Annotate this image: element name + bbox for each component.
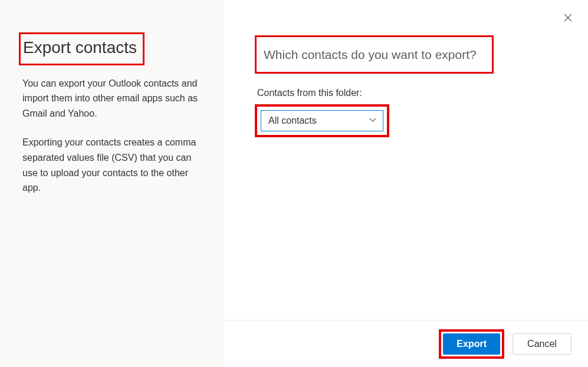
folder-dropdown[interactable]: All contacts bbox=[261, 110, 383, 131]
chevron-down-icon bbox=[369, 115, 377, 126]
highlight-title: Export contacts bbox=[19, 32, 144, 65]
dialog-title: Export contacts bbox=[23, 38, 137, 58]
export-button[interactable]: Export bbox=[443, 333, 500, 355]
right-content: Which contacts do you want to export? Co… bbox=[223, 0, 588, 320]
folder-label: Contacts from this folder: bbox=[257, 88, 554, 98]
export-contacts-dialog: Export contacts You can export your Outl… bbox=[0, 0, 588, 367]
dialog-subtitle: Which contacts do you want to export? bbox=[264, 47, 477, 62]
close-icon bbox=[564, 14, 572, 22]
dialog-footer: Export Cancel bbox=[223, 320, 588, 367]
close-button[interactable] bbox=[561, 11, 575, 25]
left-panel: Export contacts You can export your Outl… bbox=[0, 0, 223, 367]
cancel-button[interactable]: Cancel bbox=[513, 333, 571, 355]
description-2: Exporting your contacts creates a comma … bbox=[22, 135, 200, 195]
highlight-export-button: Export bbox=[439, 329, 504, 359]
right-panel: Which contacts do you want to export? Co… bbox=[223, 0, 588, 367]
highlight-subtitle: Which contacts do you want to export? bbox=[255, 35, 494, 74]
highlight-dropdown: All contacts bbox=[255, 104, 389, 137]
dropdown-selected-value: All contacts bbox=[268, 115, 317, 126]
description-1: You can export your Outlook contacts and… bbox=[22, 76, 200, 121]
